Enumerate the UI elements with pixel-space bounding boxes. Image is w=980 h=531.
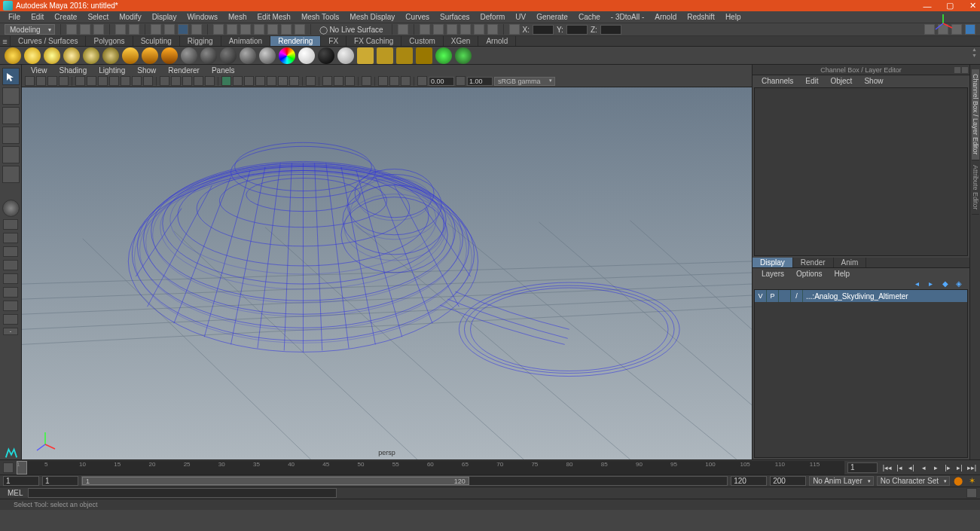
menu-modify[interactable]: Modify (114, 13, 146, 21)
vp-field-chart-icon[interactable] (143, 76, 153, 86)
shader-phong-icon[interactable] (240, 47, 256, 64)
vp-aa-icon[interactable] (289, 76, 299, 86)
vp-hud-icon[interactable] (345, 76, 355, 86)
hypershade-icon[interactable] (460, 24, 471, 35)
layout-two-h-icon[interactable] (3, 246, 18, 257)
range-thumb[interactable]: 1 120 (82, 477, 469, 485)
cancel-batch-icon[interactable] (377, 47, 393, 64)
layer-menu-help[interactable]: Help (828, 270, 856, 278)
menu--3dtoall-[interactable]: - 3DtoAll - (606, 13, 649, 21)
snap-live-icon[interactable] (281, 24, 292, 35)
redo-icon[interactable] (129, 24, 139, 35)
last-tool[interactable] (2, 200, 20, 217)
range-start-outer[interactable]: 1 (3, 476, 39, 486)
y-field[interactable] (566, 25, 588, 35)
open-scene-icon[interactable] (80, 24, 90, 35)
vp-render-icon[interactable] (362, 76, 371, 86)
minimize-button[interactable]: — (923, 2, 932, 11)
maximize-button[interactable]: ▢ (945, 2, 954, 11)
layout-minus-icon[interactable]: - (3, 328, 18, 335)
rotate-tool[interactable] (2, 146, 20, 163)
lasso-tool[interactable] (2, 87, 20, 105)
vp-menu-shading[interactable]: Shading (53, 66, 93, 75)
snap-surface-icon[interactable] (267, 24, 278, 35)
timeline-audio-icon[interactable] (3, 462, 14, 473)
vp-xray-joints-icon[interactable] (244, 76, 254, 86)
layer-playback-cell[interactable]: P (767, 290, 779, 302)
step-back-key-button[interactable]: |◂ (894, 462, 905, 473)
vp-snapshot-c-icon[interactable] (401, 76, 411, 86)
close-button[interactable]: ✕ (968, 2, 977, 11)
light-editor-icon[interactable] (487, 24, 498, 35)
x-field[interactable] (533, 25, 554, 35)
menu-redshift[interactable]: Redshift (682, 13, 720, 21)
new-scene-icon[interactable] (66, 24, 77, 35)
layer-new-icon[interactable]: ◆ (942, 279, 951, 288)
step-back-button[interactable]: ◂| (906, 462, 917, 473)
menu-file[interactable]: File (3, 13, 26, 21)
construction-history-icon[interactable] (398, 24, 408, 35)
viewport-3d[interactable]: persp (22, 87, 752, 459)
channel-box-body[interactable] (754, 87, 968, 256)
render-frame-icon[interactable] (420, 24, 430, 35)
target-icon[interactable] (435, 47, 452, 64)
time-ruler[interactable]: 1510152025303540455055606570758085909510… (17, 461, 844, 475)
step-forward-key-button[interactable]: ▸| (954, 462, 965, 473)
layer-visible-cell[interactable]: V (755, 290, 767, 302)
vp-motion-blur-icon[interactable] (278, 76, 288, 86)
render-settings-icon[interactable] (447, 24, 457, 35)
script-editor-icon[interactable] (966, 488, 977, 498)
snap-plane-icon[interactable] (254, 24, 264, 35)
shader-layered-icon[interactable] (259, 47, 276, 64)
vp-select-camera-icon[interactable] (25, 76, 35, 86)
vp-lights-icon[interactable] (194, 76, 203, 86)
vp-exposure-icon[interactable] (417, 76, 427, 86)
snap-grid-icon[interactable] (213, 24, 224, 35)
select-mode-icon[interactable] (151, 24, 161, 35)
select-tool[interactable] (2, 68, 20, 85)
panel-close-icon[interactable] (962, 67, 968, 73)
layout-outliner-icon[interactable] (3, 287, 18, 298)
render-3-icon[interactable] (161, 47, 178, 64)
vp-image-plane-icon[interactable] (59, 76, 69, 86)
vp-menu-lighting[interactable]: Lighting (93, 66, 131, 75)
shader-black-icon[interactable] (318, 47, 334, 64)
vp-xray-icon[interactable] (233, 76, 243, 86)
ambient-light-icon[interactable] (5, 47, 21, 64)
point-light-icon[interactable] (44, 47, 60, 64)
vp-menu-show[interactable]: Show (131, 66, 162, 75)
render-2-icon[interactable] (142, 47, 158, 64)
vp-gamma-field[interactable] (467, 77, 493, 86)
menu-windows[interactable]: Windows (182, 13, 223, 21)
layer-name[interactable]: ...:Analog_Skydiving_Altimeter (803, 292, 967, 301)
undo-icon[interactable] (115, 24, 126, 35)
menu-mesh-tools[interactable]: Mesh Tools (296, 13, 344, 21)
play-back-button[interactable]: ◂ (918, 462, 929, 473)
vp-cam-icon[interactable] (334, 76, 343, 86)
channel-menu-edit[interactable]: Edit (799, 77, 824, 85)
lasso-mode-icon[interactable] (164, 24, 175, 35)
menu-curves[interactable]: Curves (400, 13, 435, 21)
vp-joint-icon[interactable] (255, 76, 265, 86)
shelf-tab-polygons[interactable]: Polygons (86, 36, 133, 46)
directional-light-icon[interactable] (24, 47, 41, 64)
vp-bookmarks-icon[interactable] (47, 76, 57, 86)
menu-arnold[interactable]: Arnold (649, 13, 682, 21)
paint-select-icon[interactable] (178, 24, 188, 35)
vp-textured-icon[interactable] (182, 76, 192, 86)
menu-surfaces[interactable]: Surfaces (435, 13, 475, 21)
layout-more-icon[interactable] (3, 314, 18, 325)
menu-edit[interactable]: Edit (26, 13, 49, 21)
vp-snapshot-b-icon[interactable] (389, 76, 399, 86)
menu-display[interactable]: Display (147, 13, 182, 21)
vp-2d-pan-icon[interactable] (75, 76, 85, 86)
layer-row[interactable]: V P / ...:Analog_Skydiving_Altimeter (755, 290, 967, 302)
render-view-icon[interactable] (474, 24, 484, 35)
channel-menu-channels[interactable]: Channels (756, 77, 799, 85)
side-tab-attribute[interactable]: Attribute Editor (972, 160, 979, 215)
layer-list[interactable]: V P / ...:Analog_Skydiving_Altimeter (754, 289, 968, 458)
layer-new-selected-icon[interactable]: ◈ (956, 279, 965, 288)
shelf-tab-sculpting[interactable]: Sculpting (133, 36, 180, 46)
menu-select[interactable]: Select (82, 13, 114, 21)
vp-exposure-field[interactable] (429, 77, 454, 86)
